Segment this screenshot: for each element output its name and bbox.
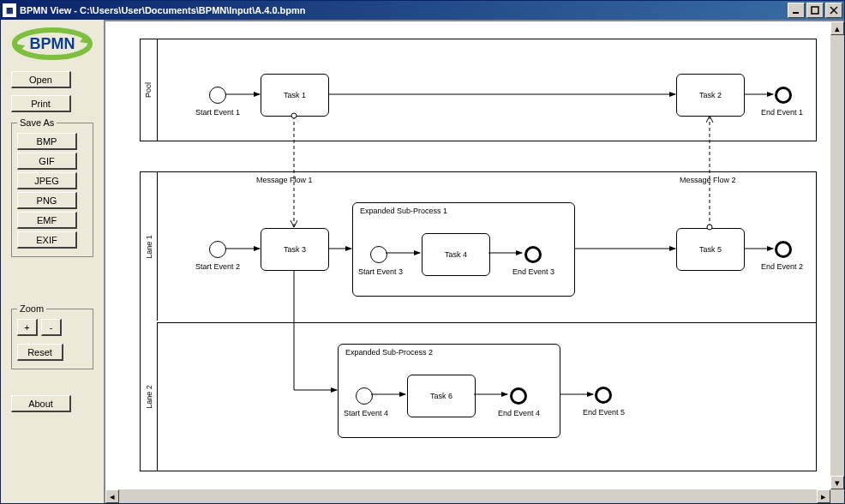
jpeg-button[interactable]: JPEG bbox=[17, 172, 77, 189]
bpmn-logo: BPMN bbox=[11, 27, 93, 61]
content-area: BPMN Open Print Save As BMP GIF JPEG PNG… bbox=[1, 20, 844, 503]
canvas-container: Pool Start Event 1 Task 1 Task 2 End Eve… bbox=[104, 20, 844, 503]
pool-top: Pool Start Event 1 Task 1 Task 2 End Eve… bbox=[140, 39, 817, 141]
scroll-corner bbox=[830, 489, 844, 503]
zoom-out-button[interactable]: - bbox=[41, 319, 62, 336]
start-event-1[interactable] bbox=[209, 87, 226, 104]
close-button[interactable] bbox=[825, 3, 842, 18]
pool-bottom: Lane 1 Lane 2 Start Event 2 Task 3 Expan… bbox=[140, 171, 817, 471]
end-event-3-label: End Event 3 bbox=[512, 267, 554, 276]
start-event-2[interactable] bbox=[209, 241, 226, 258]
task-3[interactable]: Task 3 bbox=[261, 228, 329, 271]
svg-rect-1 bbox=[812, 7, 818, 14]
pool-label: Pool bbox=[141, 39, 158, 141]
end-event-3[interactable] bbox=[524, 246, 542, 263]
about-button[interactable]: About bbox=[11, 395, 71, 412]
window-title: BPMN View - C:\Users\User\Documents\BPMN… bbox=[20, 5, 786, 15]
print-button[interactable]: Print bbox=[11, 95, 71, 112]
end-event-1[interactable] bbox=[775, 87, 792, 104]
scroll-left-button[interactable]: ◂ bbox=[105, 489, 119, 503]
task-4[interactable]: Task 4 bbox=[422, 233, 490, 276]
scroll-up-button[interactable]: ▴ bbox=[830, 21, 844, 35]
start-event-3-label: Start Event 3 bbox=[358, 267, 403, 276]
sidebar: BPMN Open Print Save As BMP GIF JPEG PNG… bbox=[1, 20, 104, 503]
vertical-scrollbar[interactable]: ▴ ▾ bbox=[830, 21, 844, 489]
diagram-canvas[interactable]: Pool Start Event 1 Task 1 Task 2 End Eve… bbox=[105, 21, 830, 489]
task-5[interactable]: Task 5 bbox=[676, 228, 745, 271]
open-button[interactable]: Open bbox=[11, 71, 71, 88]
end-event-5-label: End Event 5 bbox=[583, 408, 625, 417]
message-flow-1-label: Message Flow 1 bbox=[256, 176, 313, 184]
start-event-4-label: Start Event 4 bbox=[344, 409, 388, 417]
task-2[interactable]: Task 2 bbox=[676, 74, 745, 117]
message-flow-2-label: Message Flow 2 bbox=[680, 176, 736, 184]
app-window: ▦ BPMN View - C:\Users\User\Documents\BP… bbox=[0, 0, 845, 504]
task-1[interactable]: Task 1 bbox=[261, 74, 329, 117]
subprocess-1-title: Expanded Sub-Process 1 bbox=[360, 207, 447, 215]
reset-button[interactable]: Reset bbox=[17, 344, 63, 361]
end-event-5[interactable] bbox=[595, 387, 612, 404]
zoom-group: Zoom + - Reset bbox=[11, 309, 93, 369]
gif-button[interactable]: GIF bbox=[17, 153, 77, 170]
lane-1-label: Lane 1 bbox=[141, 172, 158, 321]
save-as-group: Save As BMP GIF JPEG PNG EMF EXIF bbox=[11, 123, 93, 257]
horizontal-scrollbar[interactable]: ◂ ▸ bbox=[105, 489, 830, 503]
lane-2-label: Lane 2 bbox=[141, 322, 158, 471]
bmp-button[interactable]: BMP bbox=[17, 133, 77, 150]
subprocess-1[interactable]: Expanded Sub-Process 1 Start Event 3 Tas… bbox=[352, 202, 575, 297]
end-event-4[interactable] bbox=[510, 387, 527, 405]
end-event-4-label: End Event 4 bbox=[498, 409, 540, 417]
task-6[interactable]: Task 6 bbox=[407, 375, 476, 417]
maximize-button[interactable] bbox=[806, 3, 824, 18]
save-as-legend: Save As bbox=[17, 117, 57, 128]
emf-button[interactable]: EMF bbox=[17, 212, 77, 229]
start-event-3[interactable] bbox=[370, 246, 387, 263]
app-icon: ▦ bbox=[3, 3, 16, 17]
subprocess-2-title: Expanded Sub-Process 2 bbox=[345, 348, 433, 357]
subprocess-2[interactable]: Expanded Sub-Process 2 Start Event 4 Tas… bbox=[338, 344, 560, 438]
lane-separator bbox=[158, 322, 816, 323]
end-event-1-label: End Event 1 bbox=[761, 108, 803, 117]
end-event-2[interactable] bbox=[775, 241, 792, 258]
png-button[interactable]: PNG bbox=[17, 192, 77, 209]
start-event-2-label: Start Event 2 bbox=[195, 262, 240, 271]
titlebar: ▦ BPMN View - C:\Users\User\Documents\BP… bbox=[1, 1, 844, 20]
minimize-button[interactable] bbox=[788, 3, 805, 18]
scroll-right-button[interactable]: ▸ bbox=[817, 489, 830, 503]
end-event-2-label: End Event 2 bbox=[761, 262, 803, 271]
zoom-legend: Zoom bbox=[17, 303, 46, 314]
start-event-1-label: Start Event 1 bbox=[195, 108, 240, 117]
svg-text:BPMN: BPMN bbox=[30, 35, 75, 52]
start-event-4[interactable] bbox=[356, 387, 373, 405]
exif-button[interactable]: EXIF bbox=[17, 231, 77, 249]
window-buttons bbox=[786, 3, 842, 18]
scroll-down-button[interactable]: ▾ bbox=[830, 476, 844, 489]
zoom-in-button[interactable]: + bbox=[17, 319, 38, 336]
